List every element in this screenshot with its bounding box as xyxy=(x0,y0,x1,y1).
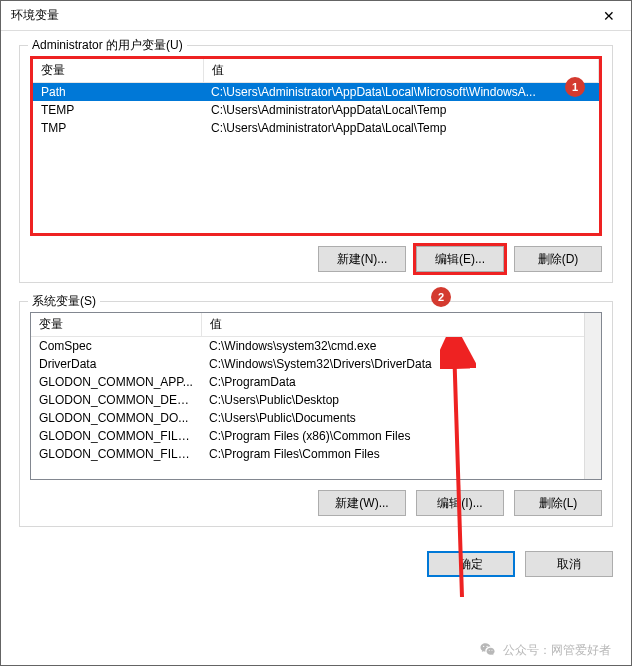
table-header-row: 变量 值 xyxy=(31,313,601,337)
col-header-variable[interactable]: 变量 xyxy=(31,313,201,337)
cancel-button[interactable]: 取消 xyxy=(525,551,613,577)
sys-edit-button[interactable]: 编辑(I)... xyxy=(416,490,504,516)
table-header-row: 变量 值 xyxy=(33,59,599,83)
annotation-badge-1: 1 xyxy=(565,77,585,97)
col-header-variable[interactable]: 变量 xyxy=(33,59,203,83)
sys-vars-buttons: 新建(W)... 编辑(I)... 删除(L) xyxy=(30,490,602,516)
table-row[interactable]: Path C:\Users\Administrator\AppData\Loca… xyxy=(33,83,599,102)
cell-val: C:\Users\Administrator\AppData\Local\Tem… xyxy=(203,101,599,119)
cell-val: C:\Users\Administrator\AppData\Local\Tem… xyxy=(203,119,599,137)
table-row[interactable]: GLODON_COMMON_FILE...C:\Program Files\Co… xyxy=(31,445,601,463)
user-delete-button[interactable]: 删除(D) xyxy=(514,246,602,272)
wechat-icon xyxy=(479,641,497,659)
table-row[interactable]: ComSpecC:\Windows\system32\cmd.exe xyxy=(31,337,601,356)
cell-var: GLODON_COMMON_FILE... xyxy=(31,445,201,463)
table-row[interactable]: TMP C:\Users\Administrator\AppData\Local… xyxy=(33,119,599,137)
cell-val: C:\Program Files\Common Files xyxy=(201,445,601,463)
env-vars-dialog: 环境变量 ✕ 1 Administrator 的用户变量(U) 变量 值 xyxy=(0,0,632,666)
user-edit-button[interactable]: 编辑(E)... xyxy=(416,246,504,272)
cell-var: TMP xyxy=(33,119,203,137)
dialog-content: 1 Administrator 的用户变量(U) 变量 值 Path xyxy=(1,31,631,665)
ok-button[interactable]: 确定 xyxy=(427,551,515,577)
cell-val: C:\ProgramData xyxy=(201,373,601,391)
cell-var: Path xyxy=(33,83,203,102)
cell-var: ComSpec xyxy=(31,337,201,356)
table-row[interactable]: GLODON_COMMON_DES...C:\Users\Public\Desk… xyxy=(31,391,601,409)
cell-var: DriverData xyxy=(31,355,201,373)
cell-val: C:\Windows\system32\cmd.exe xyxy=(201,337,601,356)
cell-var: TEMP xyxy=(33,101,203,119)
cell-var: GLODON_COMMON_DO... xyxy=(31,409,201,427)
sys-vars-group: 系统变量(S) 变量 值 ComSpecC:\Windows\system32\… xyxy=(19,301,613,527)
close-button[interactable]: ✕ xyxy=(586,1,631,31)
table-row[interactable]: GLODON_COMMON_FILE...C:\Program Files (x… xyxy=(31,427,601,445)
table-row[interactable]: DriverDataC:\Windows\System32\Drivers\Dr… xyxy=(31,355,601,373)
watermark-text: 公众号：网管爱好者 xyxy=(503,642,611,659)
annotation-badge-2: 2 xyxy=(431,287,451,307)
close-icon: ✕ xyxy=(603,8,615,24)
cell-val: C:\Users\Public\Documents xyxy=(201,409,601,427)
cell-var: GLODON_COMMON_DES... xyxy=(31,391,201,409)
table-row[interactable]: GLODON_COMMON_DO...C:\Users\Public\Docum… xyxy=(31,409,601,427)
cell-var: GLODON_COMMON_FILE... xyxy=(31,427,201,445)
watermark: 公众号：网管爱好者 xyxy=(479,641,611,659)
cell-val: C:\Users\Administrator\AppData\Local\Mic… xyxy=(203,83,599,102)
cell-val: C:\Users\Public\Desktop xyxy=(201,391,601,409)
sys-vars-label: 系统变量(S) xyxy=(28,293,100,310)
cell-val: C:\Program Files (x86)\Common Files xyxy=(201,427,601,445)
user-vars-label: Administrator 的用户变量(U) xyxy=(28,37,187,54)
sys-vars-table[interactable]: 变量 值 ComSpecC:\Windows\system32\cmd.exe … xyxy=(30,312,602,480)
user-vars-table[interactable]: 变量 值 Path C:\Users\Administrator\AppData… xyxy=(30,56,602,236)
col-header-value[interactable]: 值 xyxy=(201,313,601,337)
dialog-footer: 确定 取消 xyxy=(19,545,613,577)
cell-var: GLODON_COMMON_APP... xyxy=(31,373,201,391)
sys-delete-button[interactable]: 删除(L) xyxy=(514,490,602,516)
sys-new-button[interactable]: 新建(W)... xyxy=(318,490,406,516)
titlebar: 环境变量 ✕ xyxy=(1,1,631,31)
user-vars-buttons: 新建(N)... 编辑(E)... 删除(D) xyxy=(30,246,602,272)
scrollbar[interactable] xyxy=(584,313,601,479)
user-new-button[interactable]: 新建(N)... xyxy=(318,246,406,272)
cell-val: C:\Windows\System32\Drivers\DriverData xyxy=(201,355,601,373)
table-row[interactable]: TEMP C:\Users\Administrator\AppData\Loca… xyxy=(33,101,599,119)
window-title: 环境变量 xyxy=(11,7,59,24)
table-row[interactable]: GLODON_COMMON_APP...C:\ProgramData xyxy=(31,373,601,391)
user-vars-group: Administrator 的用户变量(U) 变量 值 Path C:\User… xyxy=(19,45,613,283)
col-header-value[interactable]: 值 xyxy=(203,59,599,83)
